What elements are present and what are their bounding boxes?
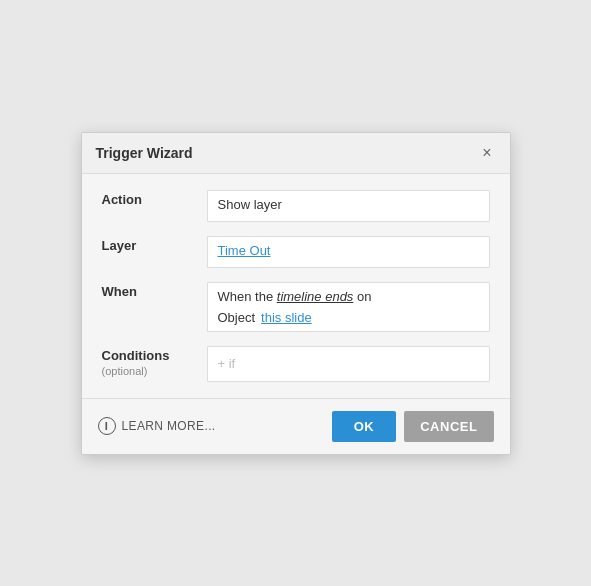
action-label-col: Action (102, 190, 207, 207)
object-value[interactable]: this slide (261, 310, 312, 325)
action-value: Show layer (218, 197, 282, 212)
when-text: When the timeline ends on (218, 289, 479, 304)
layer-label-col: Layer (102, 236, 207, 253)
when-text-before: When the (218, 289, 277, 304)
close-button[interactable]: × (478, 143, 495, 163)
conditions-row: Conditions (optional) + if (102, 346, 490, 382)
learn-more-link[interactable]: i LEARN MORE... (98, 417, 216, 435)
trigger-wizard-dialog: Trigger Wizard × Action Show layer Layer… (81, 132, 511, 455)
when-value-col: When the timeline ends on Object this sl… (207, 282, 490, 332)
dialog-overlay: Trigger Wizard × Action Show layer Layer… (0, 0, 591, 586)
layer-row: Layer Time Out (102, 236, 490, 268)
object-label: Object (218, 310, 256, 325)
when-label: When (102, 284, 207, 299)
learn-more-label: LEARN MORE... (122, 419, 216, 433)
action-label: Action (102, 192, 207, 207)
action-row: Action Show layer (102, 190, 490, 222)
layer-value[interactable]: Time Out (218, 243, 271, 258)
dialog-body: Action Show layer Layer Time Out When (82, 174, 510, 398)
conditions-label: Conditions (102, 348, 207, 363)
when-label-col: When (102, 282, 207, 299)
when-row: When When the timeline ends on Object th… (102, 282, 490, 332)
when-text-after: on (353, 289, 371, 304)
when-text-highlight: timeline ends (277, 289, 354, 304)
dialog-title: Trigger Wizard (96, 145, 193, 161)
layer-label: Layer (102, 238, 207, 253)
conditions-optional: (optional) (102, 365, 207, 377)
dialog-header: Trigger Wizard × (82, 133, 510, 174)
footer-buttons: OK CANCEL (332, 411, 494, 442)
conditions-placeholder: + if (218, 356, 236, 371)
action-value-col[interactable]: Show layer (207, 190, 490, 222)
conditions-label-col: Conditions (optional) (102, 346, 207, 377)
layer-value-col[interactable]: Time Out (207, 236, 490, 268)
info-icon: i (98, 417, 116, 435)
cancel-button[interactable]: CANCEL (404, 411, 493, 442)
conditions-value-col[interactable]: + if (207, 346, 490, 382)
ok-button[interactable]: OK (332, 411, 397, 442)
dialog-footer: i LEARN MORE... OK CANCEL (82, 398, 510, 454)
object-sub-row: Object this slide (218, 310, 479, 325)
